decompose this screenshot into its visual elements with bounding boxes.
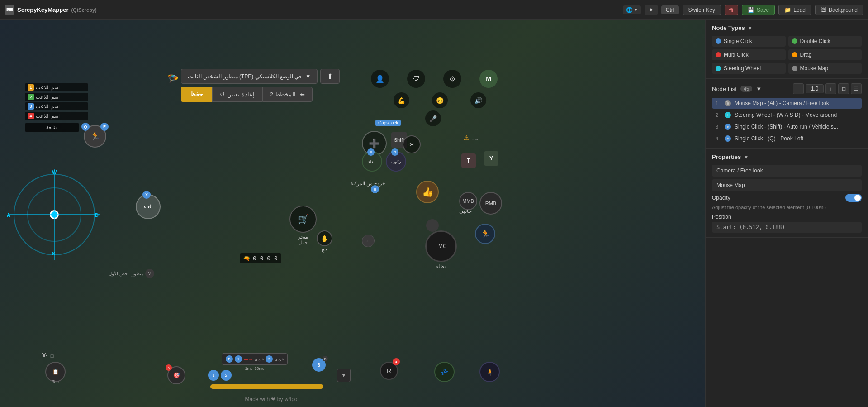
open-label: فتح	[317, 247, 332, 252]
ammo-value: 0 0 0 0	[253, 255, 278, 262]
reset-icon: ↺	[220, 91, 225, 98]
action-label-g: ركوب	[391, 159, 401, 164]
load-icon: 📁	[784, 7, 791, 13]
node-type-single-click[interactable]: Single Click	[712, 36, 786, 47]
carry-label: حمل	[289, 240, 317, 245]
mouse-map-dot	[792, 66, 797, 71]
node-list-items: 1 🖱 Mouse Map - (Alt) - Camera / Free lo…	[712, 98, 862, 144]
seq-badge-1: 1	[235, 355, 242, 363]
right-panel: Node Types ▼ Single Click Double Click M…	[705, 20, 868, 407]
player-list: 1 اسم اللاعب 2 اسم اللاعب 3 اسم اللاعب 4…	[25, 83, 88, 132]
opacity-toggle[interactable]	[845, 194, 862, 202]
node-list-item-2[interactable]: 2 + Steering Wheel - (W A S D) - Move ar…	[712, 110, 862, 120]
k-badge: K	[323, 356, 328, 361]
properties-section: Properties ▼ Camera / Free look Mouse Ma…	[706, 149, 868, 238]
single-click-label: Single Click	[724, 38, 752, 44]
profile-icon-node: 👤	[371, 70, 389, 88]
grid-view-button[interactable]: ⊞	[838, 83, 849, 94]
node-types-section: Node Types ▼ Single Click Double Click M…	[706, 20, 868, 79]
reset-button[interactable]: ↺ إعادة تعيين	[212, 87, 262, 102]
node-list-controls: − 1.0 + ⊞ ☰	[793, 83, 862, 94]
scale-decrease-button[interactable]: −	[793, 83, 804, 94]
three-node: 3 K	[312, 358, 326, 372]
save-label: Save	[757, 7, 769, 13]
delete-button[interactable]: 🗑	[725, 5, 738, 15]
red-badge-r: ●	[393, 358, 400, 365]
crosshair-v-line	[54, 169, 55, 260]
down-label: S	[52, 251, 55, 256]
theme-toggle[interactable]: ✦	[645, 5, 658, 15]
lmc-badge: LMC	[425, 230, 457, 262]
opacity-label: Opacity	[712, 195, 730, 201]
settings-icon-node: ⚙	[443, 70, 461, 88]
node-type-mouse-map[interactable]: Mouse Map	[788, 63, 862, 74]
game-area[interactable]: 1 اسم اللاعب 2 اسم اللاعب 3 اسم اللاعب 4…	[0, 20, 705, 407]
load-button[interactable]: 📁 Load	[778, 5, 811, 15]
item-1-label: Mouse Map - (Alt) - Camera / Free look	[735, 100, 829, 106]
node-list-item-1[interactable]: 1 🖱 Mouse Map - (Alt) - Camera / Free lo…	[712, 98, 862, 109]
player-num-2: 2	[28, 94, 34, 100]
position-value: Start: (0.512, 0.188)	[712, 222, 862, 233]
follow-button[interactable]: متابعة	[25, 123, 79, 132]
list-view-button[interactable]: ☰	[851, 83, 862, 94]
properties-header: Properties ▼	[712, 153, 862, 160]
eye-left-label: □	[51, 353, 54, 359]
open-node: ✋ فتح	[317, 230, 332, 252]
node-list-item-3[interactable]: 3 ● Single Click - (Shift) - Auto run / …	[712, 121, 862, 132]
rmb-badge: RMB	[479, 192, 502, 215]
view-label: منظور - حص الأول	[109, 271, 143, 276]
eye-icon: 👁	[403, 135, 421, 153]
red-badge-1: 5	[166, 364, 172, 371]
node-type-drag[interactable]: Drag	[788, 49, 862, 60]
seq-badge-b: B	[226, 355, 233, 363]
node-type-steering-wheel[interactable]: Steering Wheel	[712, 63, 786, 74]
footer-text: Made with ❤ by w4po	[245, 396, 297, 402]
scale-increase-button[interactable]: +	[825, 83, 836, 94]
node-list-header: Node List 45 ▼ − 1.0 + ⊞ ☰	[712, 83, 862, 94]
arrow-icon: ←	[362, 235, 375, 247]
g-badge: G	[391, 148, 398, 156]
app-title: ScrcpyKeyMapper	[17, 6, 68, 13]
player-item-4: 4 اسم اللاعب	[25, 112, 88, 120]
save-button[interactable]: 💾 Save	[742, 5, 775, 15]
steering-wheel-label: Steering Wheel	[724, 65, 761, 72]
h-node: H	[371, 185, 379, 193]
item-3-num: 3	[716, 124, 721, 129]
node-type-double-click[interactable]: Double Click	[788, 36, 862, 47]
item-3-label: Single Click - (Shift) - Auto run / Vehi…	[735, 124, 838, 130]
rmb-node: RMB	[479, 192, 502, 215]
item-2-icon: +	[725, 112, 731, 118]
v-badge: V	[145, 269, 154, 278]
sequence-node: B 1 —→ فردي 2 فردي 1ms 10ms	[222, 353, 288, 371]
seq-arrow: —→	[244, 357, 253, 362]
parachute-node: 🪂	[167, 73, 179, 84]
node-list-section: Node List 45 ▼ − 1.0 + ⊞ ☰ 1 🖱 Mouse Map…	[706, 79, 868, 149]
y-key-node: Y	[484, 151, 498, 166]
language-selector[interactable]: 🌐 ▼	[623, 5, 641, 14]
mmb-node: MMB	[459, 192, 477, 210]
mouse-map-prop: Mouse Map	[712, 179, 862, 191]
left-label: A	[7, 212, 10, 218]
map-icon: ⬅	[300, 91, 305, 98]
background-button[interactable]: 🖼 Background	[815, 5, 863, 15]
save-game-button[interactable]: حفظ	[181, 87, 212, 102]
item-4-num: 4	[716, 136, 721, 141]
emoji-icon-node: 😊	[432, 92, 448, 108]
node-type-multi-click[interactable]: Multi Click	[712, 49, 786, 60]
node-list-count: 45	[740, 86, 752, 92]
save-icon: 💾	[748, 7, 754, 13]
topbar: ⌨ ScrcpyKeyMapper (QtScrcpy) 🌐 ▼ ✦ Ctrl …	[0, 0, 868, 20]
export-button[interactable]: ⬆	[320, 69, 340, 84]
switch-key-button[interactable]: Switch Key	[683, 5, 721, 15]
warning-node: ⚠	[464, 134, 470, 141]
perspective-label: منظور الشخص الثالث (TPP) في الوضع الكلاس…	[188, 73, 302, 80]
node-list-item-4[interactable]: 4 ● Single Click - (Q) - Peek Left	[712, 133, 862, 144]
logo-icon: ⌨	[5, 5, 14, 15]
muscle-icon-node: 💪	[394, 92, 409, 108]
ammo-icon: 🔫	[243, 255, 250, 262]
background-label: Background	[829, 7, 858, 13]
node-list-chevron: ▼	[756, 86, 762, 92]
perspective-dropdown[interactable]: منظور الشخص الثالث (TPP) في الوضع الكلاس…	[181, 69, 318, 84]
map-button[interactable]: المخطط 2 ⬅	[262, 87, 313, 102]
item-1-num: 1	[716, 101, 721, 106]
